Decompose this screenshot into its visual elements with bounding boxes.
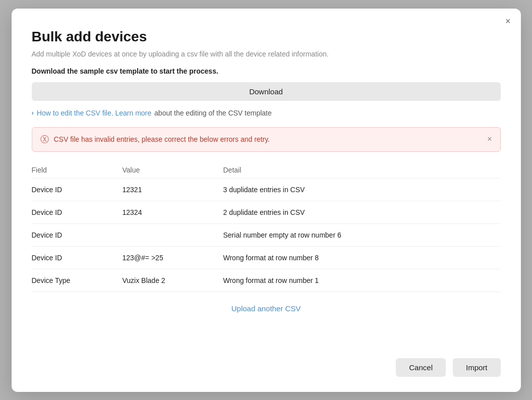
cell-detail: Serial number empty at row number 6	[223, 223, 501, 246]
error-banner-close-button[interactable]: ×	[487, 135, 492, 144]
help-link[interactable]: How to edit the CSV file. Learn more	[37, 109, 151, 117]
table-header-row: Field Value Detail	[32, 162, 501, 179]
cell-value: 12324	[123, 201, 223, 223]
chevron-right-icon: ›	[32, 109, 34, 117]
cell-field: Device ID	[32, 223, 123, 246]
modal-close-button[interactable]: ×	[505, 17, 511, 26]
upload-link-row: Upload another CSV	[32, 304, 501, 348]
cell-detail: 2 duplidate entries in CSV	[223, 201, 501, 223]
error-message: CSV file has invalid entries, please cor…	[54, 135, 270, 143]
cell-detail: Wrong format at row number 8	[223, 246, 501, 269]
table-row: Device ID Serial number empty at row num…	[32, 223, 501, 246]
cell-value: 123@#= >25	[123, 246, 223, 269]
table-row: Device ID 12321 3 duplidate entries in C…	[32, 178, 501, 201]
column-detail: Detail	[223, 162, 501, 179]
cell-detail: Wrong format at row number 1	[223, 269, 501, 292]
bulk-add-devices-modal: × Bulk add devices Add multiple XoD devi…	[12, 9, 521, 392]
column-value: Value	[123, 162, 223, 179]
modal-footer: Cancel Import	[32, 348, 501, 377]
table-row: Device ID 12324 2 duplidate entries in C…	[32, 201, 501, 223]
error-banner: Ⓧ CSV file has invalid entries, please c…	[32, 127, 501, 152]
column-field: Field	[32, 162, 123, 179]
cell-value: 12321	[123, 178, 223, 201]
table-row: Device ID 123@#= >25 Wrong format at row…	[32, 246, 501, 269]
cell-detail: 3 duplidate entries in CSV	[223, 178, 501, 201]
import-button[interactable]: Import	[453, 358, 501, 377]
cell-field: Device ID	[32, 246, 123, 269]
cancel-button[interactable]: Cancel	[396, 358, 446, 377]
download-button[interactable]: Download	[32, 82, 501, 101]
instruction-text: Download the sample csv template to star…	[32, 67, 501, 75]
help-link-row: › How to edit the CSV file. Learn more a…	[32, 109, 501, 117]
modal-subtitle: Add multiple XoD devices at once by uplo…	[32, 50, 501, 58]
error-table: Field Value Detail Device ID 12321 3 dup…	[32, 162, 501, 292]
cell-field: Device Type	[32, 269, 123, 292]
modal-title: Bulk add devices	[32, 29, 501, 45]
error-circle-icon: Ⓧ	[40, 134, 49, 145]
help-link-suffix: about the editing of the CSV template	[154, 109, 272, 117]
cell-field: Device ID	[32, 201, 123, 223]
upload-another-csv-link[interactable]: Upload another CSV	[231, 304, 301, 313]
table-row: Device Type Vuzix Blade 2 Wrong format a…	[32, 269, 501, 292]
cell-value	[123, 223, 223, 246]
cell-value: Vuzix Blade 2	[123, 269, 223, 292]
error-banner-content: Ⓧ CSV file has invalid entries, please c…	[40, 134, 270, 145]
cell-field: Device ID	[32, 178, 123, 201]
